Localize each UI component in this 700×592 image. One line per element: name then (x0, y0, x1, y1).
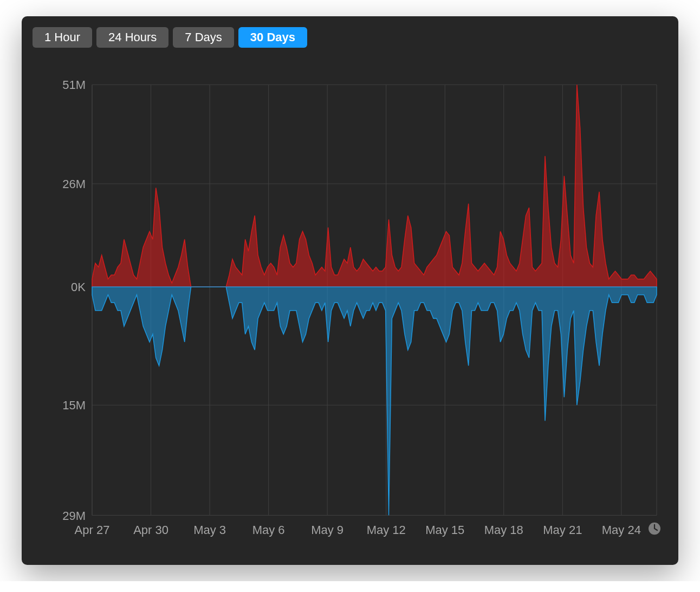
svg-text:May 6: May 6 (252, 523, 285, 537)
clock-icon[interactable] (649, 523, 660, 535)
svg-text:May 9: May 9 (311, 523, 343, 537)
svg-text:Apr 30: Apr 30 (133, 523, 168, 537)
svg-text:Apr 27: Apr 27 (75, 523, 110, 537)
svg-text:May 21: May 21 (543, 523, 582, 537)
svg-text:0K: 0K (71, 280, 86, 294)
svg-text:May 3: May 3 (193, 523, 226, 537)
tab-30-days[interactable]: 30 Days (238, 27, 307, 48)
svg-text:26M: 26M (62, 177, 86, 191)
tab-7-days[interactable]: 7 Days (173, 27, 234, 48)
svg-text:May 24: May 24 (602, 523, 641, 537)
svg-text:15M: 15M (62, 398, 86, 412)
svg-text:May 12: May 12 (367, 523, 406, 537)
svg-text:May 15: May 15 (425, 523, 464, 537)
chart-area[interactable]: 0K26M51M15M29MApr 27Apr 30May 3May 6May … (33, 54, 667, 554)
download-series (92, 287, 657, 515)
tab-24-hours[interactable]: 24 Hours (96, 27, 168, 48)
tab-1-hour[interactable]: 1 Hour (33, 27, 92, 48)
upload-series (92, 85, 657, 287)
svg-text:51M: 51M (62, 78, 86, 92)
chart-panel: 1 Hour 24 Hours 7 Days 30 Days 0K26M51M1… (22, 16, 678, 565)
traffic-chart[interactable]: 0K26M51M15M29MApr 27Apr 30May 3May 6May … (33, 54, 667, 554)
svg-text:May 18: May 18 (484, 523, 523, 537)
svg-text:29M: 29M (62, 509, 86, 522)
time-range-tabs: 1 Hour 24 Hours 7 Days 30 Days (33, 27, 667, 48)
